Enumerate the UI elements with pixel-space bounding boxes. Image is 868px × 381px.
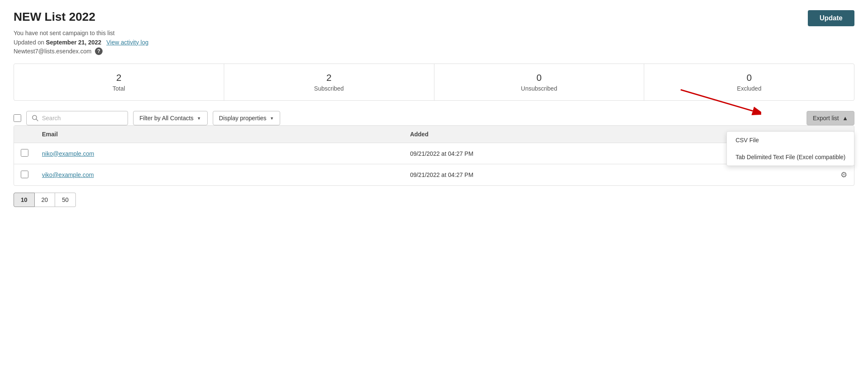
- page-size-button-10[interactable]: 10: [14, 193, 35, 207]
- updated-row: Updated on September 21, 2022 View activ…: [14, 39, 854, 46]
- row-checkbox[interactable]: [21, 149, 28, 157]
- export-menu-item[interactable]: CSV File: [727, 132, 854, 149]
- email-link[interactable]: niko@example.com: [42, 150, 94, 157]
- export-list-button[interactable]: Export list ▲: [807, 111, 854, 125]
- search-icon: [32, 115, 39, 121]
- search-wrapper: [26, 111, 128, 125]
- gear-cell: ⚙: [834, 164, 854, 186]
- view-activity-link[interactable]: View activity log: [106, 39, 148, 46]
- table-row: viko@example.com 09/21/2022 at 04:27 PM …: [14, 164, 854, 186]
- display-chevron-icon: ▼: [270, 116, 274, 121]
- row-checkbox-cell: [14, 143, 35, 164]
- subtitle: You have not sent campaign to this list: [14, 30, 854, 36]
- added-cell: 09/21/2022 at 04:27 PM: [403, 164, 834, 186]
- export-dropdown-menu: CSV FileTab Delimited Text File (Excel c…: [726, 131, 854, 166]
- stat-cell-excluded: 0 Excluded: [644, 64, 854, 100]
- email-cell: viko@example.com: [35, 164, 403, 186]
- display-label: Display properties: [219, 115, 267, 121]
- gear-icon[interactable]: ⚙: [840, 171, 847, 179]
- stat-cell-total: 2 Total: [14, 64, 224, 100]
- filter-label: Filter by All Contacts: [139, 115, 194, 121]
- stat-label: Unsubscribed: [521, 85, 557, 92]
- export-label: Export list: [813, 115, 839, 121]
- stat-label: Total: [113, 85, 125, 92]
- checkbox-column-header: [14, 126, 35, 143]
- stat-number: 0: [439, 72, 640, 83]
- stat-number: 2: [18, 72, 220, 83]
- updated-label: Updated on: [14, 39, 44, 46]
- page-size-button-20[interactable]: 20: [35, 193, 56, 207]
- stats-bar: 2 Total2 Subscribed0 Unsubscribed0 Exclu…: [14, 64, 854, 101]
- select-all-checkbox[interactable]: [14, 114, 21, 122]
- controls-row: Filter by All Contacts ▼ Display propert…: [14, 111, 854, 125]
- stat-number: 2: [228, 72, 430, 83]
- export-chevron-icon: ▲: [842, 115, 848, 121]
- stat-cell-unsubscribed: 0 Unsubscribed: [434, 64, 645, 100]
- email-row: Newtest7@lists.esendex.com ?: [14, 47, 854, 55]
- row-checkbox[interactable]: [21, 171, 28, 178]
- filter-button[interactable]: Filter by All Contacts ▼: [133, 111, 208, 125]
- page-size-button-50[interactable]: 50: [55, 193, 76, 207]
- email-link[interactable]: viko@example.com: [42, 171, 94, 178]
- email-cell: niko@example.com: [35, 143, 403, 164]
- display-properties-button[interactable]: Display properties ▼: [213, 111, 281, 125]
- email-column-header: Email: [35, 126, 403, 143]
- stat-number: 0: [648, 72, 850, 83]
- header: NEW List 2022 Update: [14, 10, 854, 26]
- export-menu-item[interactable]: Tab Delimited Text File (Excel compatibl…: [727, 149, 854, 166]
- updated-date: September 21, 2022: [46, 39, 101, 46]
- controls-and-table: Filter by All Contacts ▼ Display propert…: [14, 111, 854, 186]
- help-icon[interactable]: ?: [95, 47, 103, 55]
- svg-line-3: [36, 119, 38, 121]
- pagination-row: 102050: [14, 193, 854, 207]
- update-button[interactable]: Update: [808, 10, 854, 26]
- filter-chevron-icon: ▼: [197, 116, 201, 121]
- stat-label: Excluded: [737, 85, 762, 92]
- search-input[interactable]: [42, 115, 122, 121]
- stat-cell-subscribed: 2 Subscribed: [224, 64, 434, 100]
- page-title: NEW List 2022: [14, 10, 95, 24]
- list-email: Newtest7@lists.esendex.com: [14, 48, 92, 55]
- stat-label: Subscribed: [314, 85, 344, 92]
- row-checkbox-cell: [14, 164, 35, 186]
